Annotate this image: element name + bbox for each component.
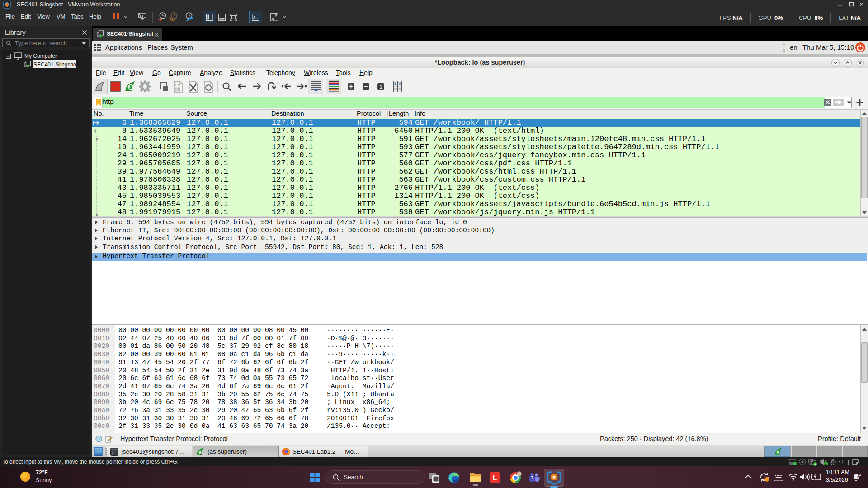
- svg-text:+: +: [814, 463, 816, 466]
- svg-text:z: z: [857, 475, 859, 478]
- svg-text:1: 1: [380, 84, 382, 89]
- svg-text:+: +: [794, 462, 796, 465]
- svg-text:T: T: [531, 476, 533, 479]
- svg-text:L: L: [493, 474, 497, 481]
- svg-text:0111: 0111: [175, 89, 180, 92]
- svg-text:z: z: [859, 473, 861, 477]
